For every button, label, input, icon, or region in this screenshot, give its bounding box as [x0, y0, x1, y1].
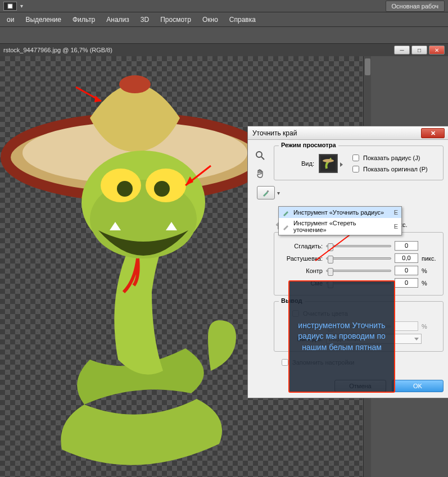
refine-radius-tool-item[interactable]: Инструмент «Уточнить радиус»E [279, 207, 401, 218]
show-radius-checkbox[interactable]: Показать радиус (J) [350, 153, 428, 163]
svg-line-16 [261, 157, 264, 160]
view-label: Вид: [301, 160, 314, 167]
contrast-input[interactable]: 0 [395, 266, 418, 275]
swatch-arrow-icon: ▾ [20, 3, 23, 9]
shift-input[interactable]: 0 [395, 278, 418, 288]
feather-unit: пикс. [422, 255, 438, 262]
workspace-button[interactable]: Основная рабоч [386, 1, 445, 12]
view-thumbnail-dropdown[interactable] [319, 154, 338, 173]
hand-tool-icon[interactable] [255, 168, 266, 179]
menu-item[interactable]: ои [2, 13, 19, 26]
menu-item[interactable]: Фильтр [68, 13, 99, 26]
smooth-slider[interactable] [326, 245, 391, 247]
contrast-slider[interactable] [326, 270, 391, 272]
menu-item[interactable]: Анализ [102, 13, 134, 26]
menu-item[interactable]: 3D [136, 13, 153, 26]
svg-point-18 [323, 159, 334, 162]
document-title: rstock_94477966.jpg @ 16,7% (RGB/8) [3, 47, 394, 53]
smooth-input[interactable]: 0 [395, 241, 418, 251]
view-mode-legend: Режим просмотра [279, 142, 338, 148]
contrast-label: Контр [279, 267, 323, 274]
annotation-box: инструментом Уточнить радиус мы проводим… [288, 280, 395, 393]
menu-item[interactable]: Выделение [21, 13, 66, 26]
erase-refinements-tool-item[interactable]: Инструмент «Стереть уточнение»E [279, 218, 401, 235]
dialog-close-button[interactable]: ✕ [421, 128, 445, 138]
svg-point-4 [119, 75, 151, 93]
menu-item[interactable]: Справка [225, 13, 260, 26]
refine-edge-dialog: Уточнить край ✕ Режим просмотра Вид: Пок… [247, 126, 448, 398]
foreground-swatch[interactable] [3, 2, 17, 11]
smooth-label: Сгладить: [279, 243, 323, 249]
zoom-tool-icon[interactable] [255, 150, 266, 161]
svg-point-9 [117, 181, 133, 197]
svg-rect-17 [321, 156, 336, 171]
shift-unit: % [422, 280, 438, 287]
options-bar [0, 27, 448, 44]
refine-brush-button[interactable] [257, 186, 275, 199]
close-button[interactable]: ✕ [429, 46, 445, 54]
menu-item[interactable]: Просмотр [156, 13, 196, 26]
maximize-button[interactable]: □ [411, 46, 427, 54]
feather-label: Растушевка: [279, 255, 323, 262]
feather-input[interactable]: 0,0 [395, 253, 418, 263]
contrast-unit: % [422, 267, 438, 274]
svg-point-10 [154, 181, 170, 197]
ok-button[interactable]: OK [392, 380, 444, 392]
brush-tool-flyout: Инструмент «Уточнить радиус»E Инструмент… [278, 206, 402, 235]
minimize-button[interactable]: ─ [394, 46, 410, 54]
main-menu: ои Выделение Фильтр Анализ 3D Просмотр О… [0, 12, 448, 27]
canvas-image [0, 56, 275, 477]
show-original-checkbox[interactable]: Показать оригинал (P) [350, 164, 428, 174]
svg-point-15 [256, 152, 262, 157]
effect-input [395, 321, 418, 331]
feather-slider[interactable] [326, 257, 391, 260]
svg-rect-0 [8, 4, 12, 8]
menu-item[interactable]: Окно [198, 13, 223, 26]
dialog-title: Уточнить край [252, 129, 421, 137]
